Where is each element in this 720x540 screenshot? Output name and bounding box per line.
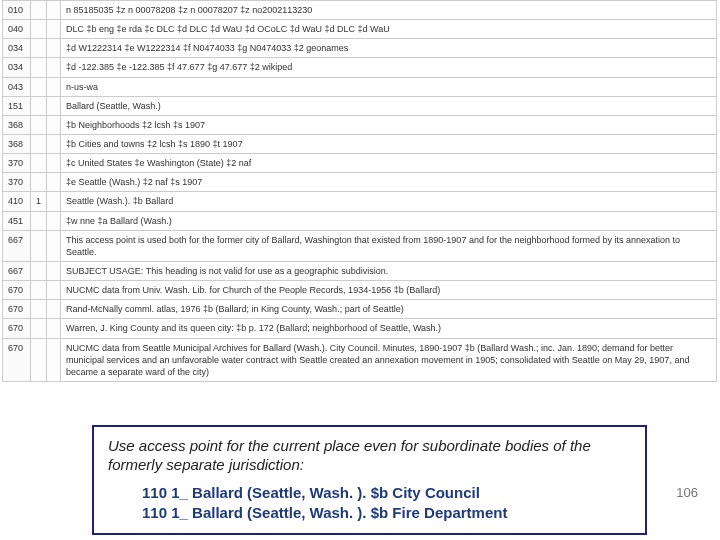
marc-tag: 670 <box>3 319 31 338</box>
instruction-callout: Use access point for the current place e… <box>92 425 647 535</box>
marc-indicator-1 <box>31 338 47 381</box>
marc-field-content: n-us-wa <box>61 77 717 96</box>
marc-indicator-1 <box>31 300 47 319</box>
marc-row: 670NUCMC data from Seattle Municipal Arc… <box>3 338 717 381</box>
marc-indicator-2 <box>47 154 61 173</box>
marc-tag: 040 <box>3 20 31 39</box>
marc-indicator-2 <box>47 338 61 381</box>
marc-indicator-1 <box>31 39 47 58</box>
marc-tag: 670 <box>3 281 31 300</box>
marc-indicator-2 <box>47 261 61 280</box>
marc-tag: 410 <box>3 192 31 211</box>
marc-record-table: 010n 85185035 ‡z n 00078208 ‡z n 0007820… <box>2 0 717 382</box>
marc-indicator-1 <box>31 1 47 20</box>
marc-tag: 034 <box>3 39 31 58</box>
marc-indicator-1 <box>31 230 47 261</box>
marc-tag: 010 <box>3 1 31 20</box>
marc-field-content: Seattle (Wash.). ‡b Ballard <box>61 192 717 211</box>
marc-tag: 151 <box>3 96 31 115</box>
marc-indicator-2 <box>47 300 61 319</box>
marc-row: 370‡e Seattle (Wash.) ‡2 naf ‡s 1907 <box>3 173 717 192</box>
marc-indicator-2 <box>47 173 61 192</box>
marc-row: 368‡b Neighborhoods ‡2 lcsh ‡s 1907 <box>3 115 717 134</box>
marc-indicator-2 <box>47 20 61 39</box>
marc-tag: 370 <box>3 154 31 173</box>
marc-indicator-2 <box>47 1 61 20</box>
marc-tag: 368 <box>3 115 31 134</box>
marc-field-content: Ballard (Seattle, Wash.) <box>61 96 717 115</box>
marc-indicator-2 <box>47 211 61 230</box>
marc-field-content: NUCMC data from Seattle Municipal Archiv… <box>61 338 717 381</box>
marc-indicator-2 <box>47 230 61 261</box>
marc-tag: 451 <box>3 211 31 230</box>
marc-indicator-2 <box>47 58 61 77</box>
marc-field-content: n 85185035 ‡z n 00078208 ‡z n 00078207 ‡… <box>61 1 717 20</box>
callout-examples: 110 1_ Ballard (Seattle, Wash. ). $b Cit… <box>142 483 631 524</box>
marc-indicator-1 <box>31 115 47 134</box>
marc-indicator-1 <box>31 96 47 115</box>
marc-row: 370‡c United States ‡e Washington (State… <box>3 154 717 173</box>
marc-row: 670NUCMC data from Univ. Wash. Lib. for … <box>3 281 717 300</box>
marc-indicator-2 <box>47 115 61 134</box>
marc-indicator-1 <box>31 211 47 230</box>
marc-indicator-1 <box>31 58 47 77</box>
marc-row: 667SUBJECT USAGE: This heading is not va… <box>3 261 717 280</box>
example-line: 110 1_ Ballard (Seattle, Wash. ). $b Fir… <box>142 503 631 523</box>
marc-tag: 034 <box>3 58 31 77</box>
page-number: 106 <box>676 485 698 500</box>
marc-row: 010n 85185035 ‡z n 00078208 ‡z n 0007820… <box>3 1 717 20</box>
marc-indicator-1 <box>31 20 47 39</box>
marc-field-content: NUCMC data from Univ. Wash. Lib. for Chu… <box>61 281 717 300</box>
marc-indicator-1 <box>31 281 47 300</box>
marc-row: 670Rand-McNally comml. atlas, 1976 ‡b (B… <box>3 300 717 319</box>
marc-tag: 370 <box>3 173 31 192</box>
marc-indicator-1: 1 <box>31 192 47 211</box>
marc-indicator-2 <box>47 96 61 115</box>
marc-indicator-2 <box>47 281 61 300</box>
marc-tag: 043 <box>3 77 31 96</box>
marc-field-content: Rand-McNally comml. atlas, 1976 ‡b (Ball… <box>61 300 717 319</box>
marc-row: 451‡w nne ‡a Ballard (Wash.) <box>3 211 717 230</box>
marc-field-content: Warren, J. King County and its queen cit… <box>61 319 717 338</box>
marc-row: 667This access point is used both for th… <box>3 230 717 261</box>
marc-field-content: ‡w nne ‡a Ballard (Wash.) <box>61 211 717 230</box>
marc-tag: 368 <box>3 134 31 153</box>
marc-row: 368‡b Cities and towns ‡2 lcsh ‡s 1890 ‡… <box>3 134 717 153</box>
marc-row: 040DLC ‡b eng ‡e rda ‡c DLC ‡d DLC ‡d Wa… <box>3 20 717 39</box>
example-line: 110 1_ Ballard (Seattle, Wash. ). $b Cit… <box>142 483 631 503</box>
marc-indicator-1 <box>31 319 47 338</box>
marc-indicator-2 <box>47 192 61 211</box>
marc-indicator-1 <box>31 154 47 173</box>
marc-tag: 670 <box>3 338 31 381</box>
marc-field-content: ‡c United States ‡e Washington (State) ‡… <box>61 154 717 173</box>
marc-row: 4101Seattle (Wash.). ‡b Ballard <box>3 192 717 211</box>
marc-field-content: This access point is used both for the f… <box>61 230 717 261</box>
marc-row: 151Ballard (Seattle, Wash.) <box>3 96 717 115</box>
marc-field-content: ‡e Seattle (Wash.) ‡2 naf ‡s 1907 <box>61 173 717 192</box>
marc-field-content: ‡b Cities and towns ‡2 lcsh ‡s 1890 ‡t 1… <box>61 134 717 153</box>
marc-indicator-2 <box>47 134 61 153</box>
marc-tag: 670 <box>3 300 31 319</box>
marc-indicator-2 <box>47 77 61 96</box>
marc-field-content: ‡d W1222314 ‡e W1222314 ‡f N0474033 ‡g N… <box>61 39 717 58</box>
marc-tag: 667 <box>3 261 31 280</box>
marc-field-content: ‡b Neighborhoods ‡2 lcsh ‡s 1907 <box>61 115 717 134</box>
marc-indicator-1 <box>31 77 47 96</box>
marc-row: 034‡d -122.385 ‡e -122.385 ‡f 47.677 ‡g … <box>3 58 717 77</box>
callout-note: Use access point for the current place e… <box>108 437 631 475</box>
marc-indicator-1 <box>31 134 47 153</box>
marc-indicator-1 <box>31 173 47 192</box>
marc-indicator-1 <box>31 261 47 280</box>
marc-field-content: SUBJECT USAGE: This heading is not valid… <box>61 261 717 280</box>
marc-row: 670Warren, J. King County and its queen … <box>3 319 717 338</box>
marc-indicator-2 <box>47 39 61 58</box>
marc-row: 043n-us-wa <box>3 77 717 96</box>
marc-field-content: ‡d -122.385 ‡e -122.385 ‡f 47.677 ‡g 47.… <box>61 58 717 77</box>
marc-row: 034‡d W1222314 ‡e W1222314 ‡f N0474033 ‡… <box>3 39 717 58</box>
marc-field-content: DLC ‡b eng ‡e rda ‡c DLC ‡d DLC ‡d WaU ‡… <box>61 20 717 39</box>
marc-indicator-2 <box>47 319 61 338</box>
marc-tag: 667 <box>3 230 31 261</box>
